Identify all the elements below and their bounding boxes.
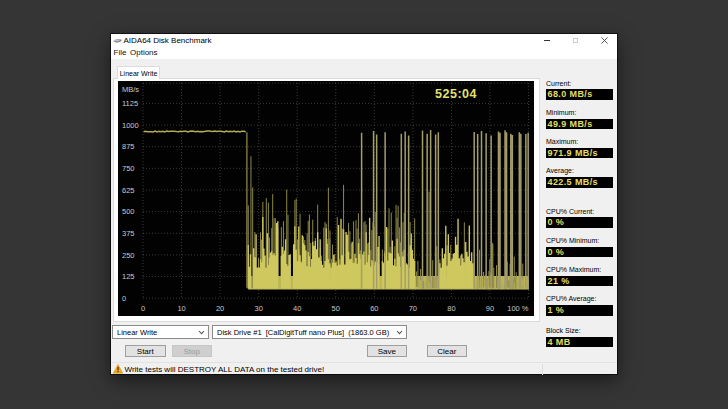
svg-text:30: 30 [254, 303, 262, 312]
svg-text:250: 250 [122, 250, 135, 259]
svg-text:40: 40 [293, 303, 301, 312]
svg-text:90: 90 [486, 303, 494, 312]
svg-text:70: 70 [409, 303, 417, 312]
svg-text:100 %: 100 % [507, 303, 529, 312]
svg-text:1000: 1000 [122, 120, 139, 129]
svg-text:875: 875 [122, 142, 135, 151]
svg-text:0: 0 [122, 293, 126, 302]
svg-text:20: 20 [216, 303, 224, 312]
svg-text:525:04: 525:04 [435, 87, 477, 101]
svg-text:0: 0 [141, 303, 145, 312]
svg-text:50: 50 [332, 303, 340, 312]
svg-text:375: 375 [122, 228, 135, 237]
svg-text:80: 80 [447, 303, 455, 312]
svg-text:125: 125 [122, 272, 135, 281]
svg-text:60: 60 [370, 303, 378, 312]
svg-text:10: 10 [177, 303, 185, 312]
svg-text:1125: 1125 [122, 99, 138, 108]
svg-text:500: 500 [122, 207, 135, 216]
svg-text:750: 750 [122, 164, 135, 173]
svg-text:625: 625 [122, 185, 135, 194]
svg-text:MB/s: MB/s [122, 85, 139, 94]
